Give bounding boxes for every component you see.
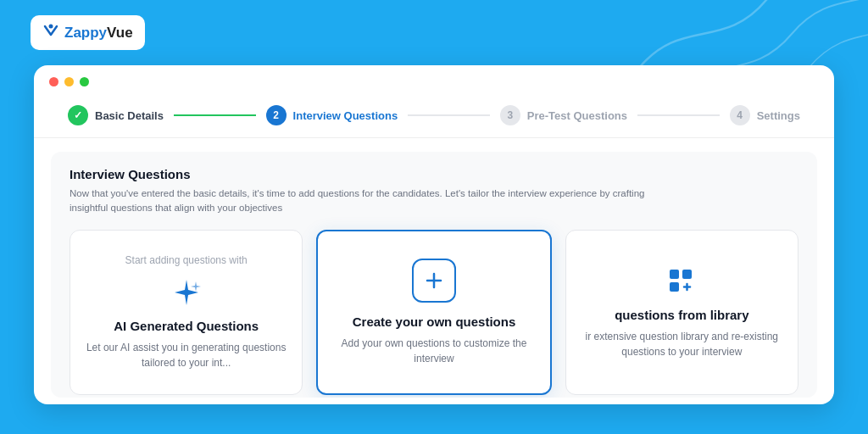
connector-2: [408, 114, 490, 116]
start-label: Start adding questions with: [125, 254, 248, 266]
content-title: Interview Questions: [70, 167, 798, 181]
svg-rect-25: [670, 282, 679, 292]
chrome-dot-green: [80, 77, 89, 86]
card-ai-desc: Let our AI assist you in generating ques…: [84, 340, 288, 370]
logo: ZappyVue: [31, 15, 145, 50]
step-circle-3: 3: [500, 105, 520, 125]
card-create-title: Create your own questions: [353, 314, 516, 329]
svg-rect-24: [682, 270, 692, 279]
step-circle-1: ✓: [68, 105, 88, 125]
step-circle-4: 4: [730, 105, 750, 125]
svg-rect-23: [670, 270, 679, 279]
step-label-2: Interview Questions: [293, 109, 398, 122]
grid-plus-icon: [665, 265, 698, 298]
window-chrome: [34, 65, 834, 95]
card-create-desc: Add your own questions to customize the …: [331, 336, 536, 366]
sparkle-icon: [170, 276, 203, 309]
connector-3: [637, 114, 720, 116]
step-label-1: Basic Details: [95, 109, 164, 122]
card-library-title: questions from library: [615, 308, 748, 322]
step-label-4: Settings: [757, 109, 800, 122]
card-ai-generated[interactable]: Start adding questions with AI Generated…: [70, 230, 303, 395]
plus-box-icon: [412, 259, 456, 303]
chrome-dot-yellow: [64, 77, 74, 86]
card-ai-title: AI Generated Questions: [114, 319, 259, 333]
card-create-own[interactable]: Create your own questions Add your own q…: [316, 230, 551, 395]
content-area: Interview Questions Now that you've ente…: [51, 152, 817, 398]
logo-icon: [42, 22, 59, 43]
stepper: ✓ Basic Details 2 Interview Questions 3 …: [34, 95, 834, 138]
svg-point-20: [49, 25, 53, 29]
card-library-desc: ir extensive question library and re-exi…: [580, 329, 784, 359]
content-description: Now that you've entered the basic detail…: [70, 186, 680, 216]
step-interview-questions[interactable]: 2 Interview Questions: [266, 105, 398, 125]
step-circle-2: 2: [266, 105, 287, 125]
step-label-3: Pre-Test Questions: [527, 109, 627, 122]
logo-text: ZappyVue: [64, 25, 133, 42]
header: ZappyVue: [0, 0, 868, 65]
card-from-library[interactable]: questions from library ir extensive ques…: [565, 230, 798, 395]
step-settings[interactable]: 4 Settings: [730, 105, 800, 125]
option-cards-row: Start adding questions with AI Generated…: [70, 230, 798, 395]
step-basic-details[interactable]: ✓ Basic Details: [68, 105, 164, 125]
main-card: ✓ Basic Details 2 Interview Questions 3 …: [34, 65, 834, 404]
chrome-dot-red: [49, 77, 58, 86]
step-pre-test-questions[interactable]: 3 Pre-Test Questions: [500, 105, 627, 125]
connector-1: [174, 114, 256, 116]
